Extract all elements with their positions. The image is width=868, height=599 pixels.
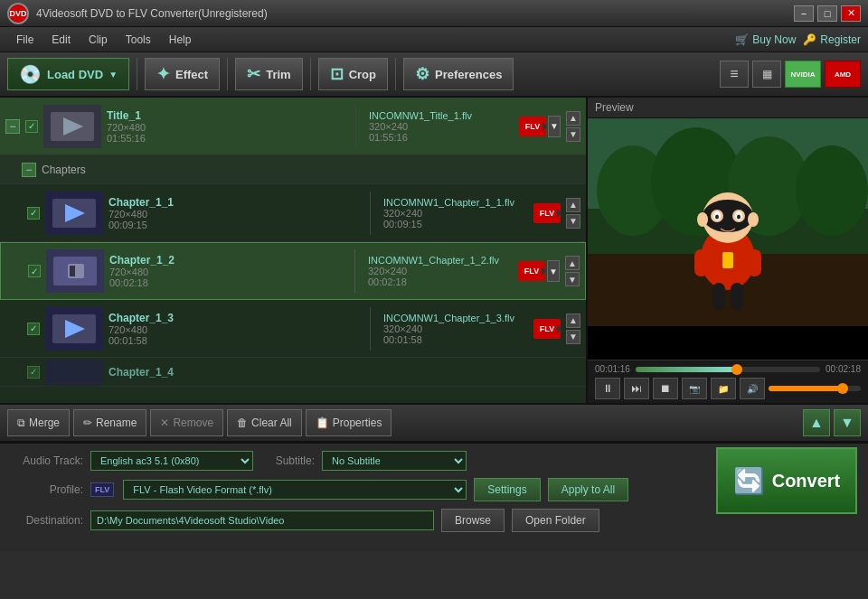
ch1-arrow-up[interactable]: ▲ (566, 198, 580, 212)
chapter1-thumbnail (45, 192, 103, 235)
chapter3-info: Chapter_1_3 720×480 00:01:58 (108, 312, 357, 346)
ch3-format-badge: FLV (533, 319, 561, 339)
subtitle-select[interactable]: No Subtitle (322, 451, 467, 471)
pause-button[interactable]: ⏸ (595, 378, 620, 399)
stop-button[interactable]: ⏹ (653, 378, 678, 399)
remove-button[interactable]: ✕ Remove (150, 409, 223, 436)
audio-track-label: Audio Track: (11, 454, 83, 467)
audio-track-select[interactable]: English ac3 5.1 (0x80) (90, 451, 253, 471)
close-button[interactable]: ✕ (841, 5, 861, 22)
ch2-format-dropdown[interactable]: FLV ▼ (518, 260, 560, 282)
total-time: 00:02:18 (826, 364, 861, 374)
profile-select[interactable]: FLV - Flash Video Format (*.flv) (123, 480, 467, 500)
dropdown-arrow-icon: ▼ (108, 70, 118, 80)
preview-video (588, 118, 868, 360)
app-title: 4Videosoft DVD to FLV Converter(Unregist… (36, 7, 794, 20)
format-dropdown[interactable]: FLV ▼ (519, 116, 561, 137)
title-bar: DVD 4Videosoft DVD to FLV Converter(Unre… (0, 0, 868, 27)
chapter3-time: 00:01:58 (108, 335, 357, 346)
buy-now-button[interactable]: 🛒 Buy Now (735, 33, 796, 46)
toolbar-separator-4 (395, 58, 396, 90)
ch3-arrow-up[interactable]: ▲ (566, 314, 580, 328)
chapter2-info: Chapter_1_2 720×480 00:02:18 (109, 254, 342, 288)
menu-bar-right: 🛒 Buy Now 🔑 Register (735, 33, 861, 46)
step-forward-button[interactable]: ⏭ (624, 378, 649, 399)
move-up-button[interactable]: ▲ (803, 409, 830, 436)
open-folder-button[interactable]: Open Folder (512, 509, 599, 532)
crop-button[interactable]: ⊡ Crop (318, 58, 388, 90)
clear-all-button[interactable]: 🗑 Clear All (227, 409, 302, 436)
ch2-format-badge: FLV (518, 261, 545, 281)
load-dvd-button[interactable]: 💿 Load DVD ▼ (7, 58, 129, 90)
rename-button[interactable]: ✏ Rename (73, 409, 146, 436)
arrow-down-button[interactable]: ▼ (566, 127, 580, 142)
folder-button[interactable]: 📁 (711, 378, 736, 399)
ch3-format-dropdown[interactable]: FLV (533, 319, 561, 339)
progress-fill (636, 367, 737, 372)
chapter1-output-info: INCOMNW1_Chapter_1_1.flv 320×240 00:09:1… (383, 197, 528, 229)
volume-track[interactable] (769, 386, 861, 391)
chapter-row-2[interactable]: ✓ Chapter_1_2 720×480 00:02:18 INCOMNW1_… (0, 242, 586, 300)
ch1-format-dropdown[interactable]: FLV (533, 203, 561, 223)
chapter3-checkbox[interactable]: ✓ (27, 323, 40, 335)
chapter2-checkbox[interactable]: ✓ (28, 265, 41, 277)
menu-file[interactable]: File (7, 30, 42, 50)
chapter-row[interactable]: ✓ Chapter_1_1 720×480 00:09:15 INCOMNW1_… (0, 184, 586, 242)
ch2-arrow-down[interactable]: ▼ (565, 272, 580, 286)
chapter1-checkbox[interactable]: ✓ (27, 207, 40, 220)
screenshot-button[interactable]: 📷 (682, 378, 707, 399)
title-time: 01:55:16 (107, 133, 343, 144)
list-view-button[interactable]: ≡ (720, 61, 749, 88)
maximize-button[interactable]: □ (817, 5, 837, 22)
window-controls: − □ ✕ (794, 5, 861, 22)
output-name: INCOMNW1_Title_1.flv (369, 110, 514, 121)
volume-button[interactable]: 🔊 (740, 378, 765, 399)
preview-panel: Preview (588, 98, 868, 403)
menu-help[interactable]: Help (160, 30, 201, 50)
chapter1-time: 00:09:15 (108, 220, 357, 230)
ch2-arrow-up[interactable]: ▲ (565, 256, 580, 270)
title-row[interactable]: − ✓ Title_1 720×480 01:55:16 INCOMNW1_Ti… (0, 98, 586, 155)
minimize-button[interactable]: − (794, 5, 814, 22)
apply-to-all-button[interactable]: Apply to All (548, 478, 628, 501)
chapters-expand-button[interactable]: − (22, 163, 36, 177)
grid-view-button[interactable]: ▦ (752, 61, 781, 88)
merge-button[interactable]: ⧉ Merge (7, 409, 70, 436)
destination-input[interactable] (90, 510, 434, 530)
ch1-arrow-down[interactable]: ▼ (566, 214, 580, 229)
arrow-up-button[interactable]: ▲ (566, 111, 580, 126)
register-button[interactable]: 🔑 Register (803, 33, 861, 46)
title-thumbnail (43, 105, 101, 148)
chapter-row-4[interactable]: ✓ Chapter_1_4 (0, 358, 586, 387)
trim-button[interactable]: ✂ Trim (235, 58, 302, 90)
menu-tools[interactable]: Tools (117, 30, 160, 50)
effect-button[interactable]: ✦ Effect (145, 58, 220, 90)
ch3-output-time: 00:01:58 (383, 334, 528, 345)
convert-button[interactable]: 🔄 Convert (716, 447, 857, 514)
chapter4-checkbox[interactable]: ✓ (27, 366, 40, 379)
svg-point-30 (715, 215, 719, 220)
browse-button[interactable]: Browse (441, 509, 505, 532)
title-file-info: Title_1 720×480 01:55:16 (107, 109, 343, 144)
divider (370, 192, 371, 235)
menu-clip[interactable]: Clip (80, 30, 117, 50)
chapter3-name: Chapter_1_3 (108, 312, 357, 324)
chapter1-info: Chapter_1_1 720×480 00:09:15 (108, 196, 357, 230)
chapter-row-3[interactable]: ✓ Chapter_1_3 720×480 00:01:58 INCOMNW1_… (0, 300, 586, 358)
ch1-arrows: ▲ ▼ (566, 198, 580, 229)
move-down-button[interactable]: ▼ (834, 409, 861, 436)
preferences-button[interactable]: ⚙ Preferences (403, 58, 514, 90)
menu-edit[interactable]: Edit (42, 30, 80, 50)
expand-button[interactable]: − (5, 119, 20, 134)
svg-rect-9 (70, 266, 75, 276)
ch1-output-name: INCOMNW1_Chapter_1_1.flv (383, 197, 528, 208)
ch3-arrow-down[interactable]: ▼ (566, 330, 580, 344)
title-output-info: INCOMNW1_Title_1.flv 320×240 01:55:16 (369, 110, 514, 143)
app-logo: DVD (7, 3, 29, 24)
settings-button[interactable]: Settings (474, 478, 540, 501)
title-checkbox[interactable]: ✓ (25, 120, 38, 133)
volume-thumb (837, 383, 848, 394)
properties-button[interactable]: 📋 Properties (306, 409, 392, 436)
progress-track[interactable] (636, 367, 820, 372)
output-dims: 320×240 (369, 121, 514, 132)
